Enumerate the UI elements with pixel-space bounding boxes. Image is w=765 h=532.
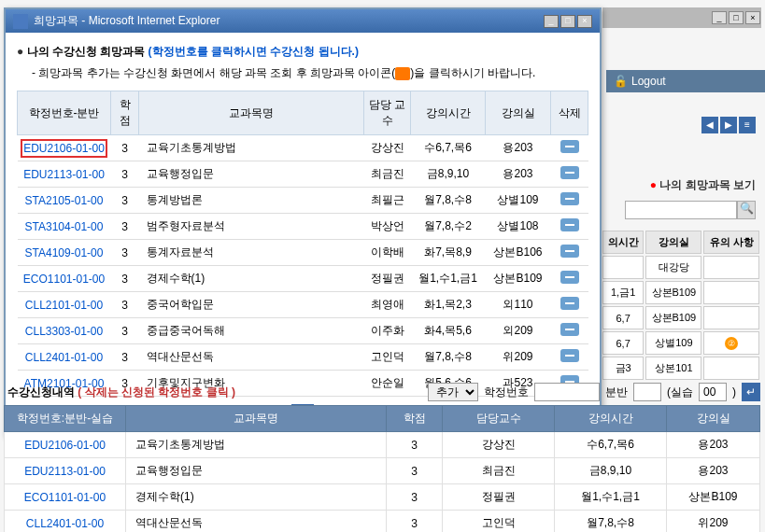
logout-bar[interactable]: 🔓 Logout xyxy=(606,70,765,92)
th-prof: 담당 교수 xyxy=(364,91,411,135)
wishlist-popup: 희망과목 - Microsoft Internet Explorer _ □ ×… xyxy=(4,7,602,436)
cell-time: 화4,목5,6 xyxy=(411,318,486,344)
section-input[interactable] xyxy=(633,383,661,401)
cell-name: 통계방법론 xyxy=(139,188,364,214)
cell-name: 역대산문선독 xyxy=(139,344,364,371)
bullet-icon: ● xyxy=(17,45,23,58)
bg-th-time: 의시간 xyxy=(602,231,644,254)
cell-credit: 3 xyxy=(111,318,139,344)
enrolled-code-link[interactable]: ECO1101-01-00 xyxy=(24,491,106,504)
bg-table-row: 금3상본101 xyxy=(602,357,759,380)
warn-icon: ② xyxy=(725,337,738,350)
delete-button[interactable] xyxy=(560,271,579,284)
eth-room: 강의실 xyxy=(667,406,760,432)
bg-table: 의시간 강의실 유의 사항 대강당1,금1상본B1096,7상본B1096,7상… xyxy=(601,229,761,382)
cell-room: 상본B109 xyxy=(486,266,551,292)
popup-minimize-button[interactable]: _ xyxy=(544,15,559,28)
delete-button[interactable] xyxy=(560,218,579,231)
enrolled-code-link[interactable]: EDU2113-01-00 xyxy=(24,465,106,478)
cell-del xyxy=(551,214,588,240)
bg-maximize-button[interactable]: □ xyxy=(729,11,744,24)
ecell-prof: 강상진 xyxy=(443,432,555,458)
enrolled-title: 수강신청내역 ( 삭제는 신청된 학정번호 클릭 ) xyxy=(7,385,235,400)
bg-cell-room: 상별109 xyxy=(645,331,701,355)
delete-button[interactable] xyxy=(560,140,579,153)
course-code-link[interactable]: CLL2401-01-00 xyxy=(25,351,103,364)
delete-button[interactable] xyxy=(560,349,579,362)
nav-next-button[interactable]: ▶ xyxy=(720,117,737,133)
submit-button[interactable]: ↵ xyxy=(742,383,760,401)
cell-prof: 최필근 xyxy=(364,188,411,214)
cell-code: STA4109-01-00 xyxy=(18,240,111,266)
cell-code: CLL3303-01-00 xyxy=(18,318,111,344)
cell-time: 월7,8,수8 xyxy=(411,344,486,371)
cell-code: CLL2401-01-00 xyxy=(18,344,111,371)
th-del: 삭제 xyxy=(551,91,588,135)
action-select[interactable]: 추가 xyxy=(428,383,478,401)
cell-del xyxy=(551,344,588,371)
cell-room: 상별108 xyxy=(486,214,551,240)
enrolled-table: 학정번호:분반-실습교과목명학점담당교수강의시간강의실 EDU2106-01-0… xyxy=(4,405,760,532)
code-label: 학정번호 xyxy=(484,385,529,400)
course-code-link[interactable]: STA2105-01-00 xyxy=(25,194,104,207)
course-code-link[interactable]: STA4109-01-00 xyxy=(25,246,104,259)
bg-cell-time: 6,7 xyxy=(602,306,644,329)
ecell-code: EDU2106-01-00 xyxy=(5,432,126,458)
cell-name: 중국어학입문 xyxy=(139,292,364,318)
cell-del xyxy=(551,292,588,318)
nav-list-button[interactable]: ≡ xyxy=(739,117,756,133)
delete-button[interactable] xyxy=(560,192,579,205)
cell-room: 외209 xyxy=(486,318,551,344)
nav-prev-button[interactable]: ◀ xyxy=(701,117,718,133)
cell-name: 중급중국어독해 xyxy=(139,318,364,344)
cell-prof: 최영애 xyxy=(364,292,411,318)
cell-code: EDU2106-01-00 xyxy=(18,135,111,161)
ecell-room: 용203 xyxy=(667,432,760,458)
cell-room: 상별109 xyxy=(486,188,551,214)
course-code-link[interactable]: EDU2113-01-00 xyxy=(23,168,105,181)
enrolled-code-link[interactable]: CLL2401-01-00 xyxy=(26,517,104,530)
bg-cell-time xyxy=(602,256,644,279)
cell-del xyxy=(551,188,588,214)
bg-cell-time: 1,금1 xyxy=(602,281,644,304)
bg-th-note: 유의 사항 xyxy=(703,231,759,254)
bg-close-button[interactable]: × xyxy=(745,11,760,24)
ecell-room: 위209 xyxy=(667,511,760,533)
bg-search-input[interactable] xyxy=(625,201,737,219)
enrolled-code-link[interactable]: EDU2106-01-00 xyxy=(24,439,106,452)
delete-button[interactable] xyxy=(560,245,579,258)
enrolled-section: 수강신청내역 ( 삭제는 신청된 학정번호 클릭 ) 추가 학정번호 분반 (실… xyxy=(4,383,760,532)
section-label: 분반 xyxy=(605,385,628,400)
course-code-link[interactable]: ECO1101-01-00 xyxy=(23,273,105,286)
bg-wish-title: ● 나의 희망과목 보기 xyxy=(650,177,756,193)
course-code-link[interactable]: EDU2106-01-00 xyxy=(23,142,105,155)
ecell-time: 월7,8,수8 xyxy=(555,511,667,533)
bg-search: 🔍 xyxy=(625,201,756,219)
th-code: 학정번호-분반 xyxy=(18,91,111,135)
th-room: 강의실 xyxy=(486,91,551,135)
course-code-link[interactable]: CLL2101-01-00 xyxy=(25,299,103,312)
ecell-prof: 정필권 xyxy=(443,484,555,511)
delete-button[interactable] xyxy=(560,297,579,310)
bg-minimize-button[interactable]: _ xyxy=(712,11,727,24)
popup-maximize-button[interactable]: □ xyxy=(560,15,575,28)
code-input[interactable] xyxy=(534,383,600,401)
lab-input[interactable] xyxy=(699,383,727,401)
ecell-credit: 3 xyxy=(387,484,443,511)
course-code-link[interactable]: STA3104-01-00 xyxy=(25,220,104,233)
cell-code: ECO1101-01-00 xyxy=(18,266,111,292)
cell-credit: 3 xyxy=(111,292,139,318)
section-title: ● 나의 수강신청 희망과목 (학정번호를 클릭하시면 수강신청 됩니다.) xyxy=(17,44,588,60)
bg-search-button[interactable]: 🔍 xyxy=(737,201,756,219)
cell-prof: 고인덕 xyxy=(364,344,411,371)
nav-arrows: ◀ ▶ ≡ xyxy=(701,117,756,133)
popup-close-button[interactable]: × xyxy=(577,15,592,28)
delete-button[interactable] xyxy=(560,166,579,179)
course-code-link[interactable]: CLL3303-01-00 xyxy=(25,325,103,338)
cell-time: 월1,수1,금1 xyxy=(411,266,486,292)
wishlist-row: STA2105-01-00 3 통계방법론 최필근 월7,8,수8 상별109 xyxy=(18,188,588,214)
wishlist-row: ECO1101-01-00 3 경제수학(1) 정필권 월1,수1,금1 상본B… xyxy=(18,266,588,292)
wishlist-row: CLL2401-01-00 3 역대산문선독 고인덕 월7,8,수8 위209 xyxy=(18,344,588,371)
delete-button[interactable] xyxy=(560,323,579,336)
cell-prof: 박상언 xyxy=(364,214,411,240)
